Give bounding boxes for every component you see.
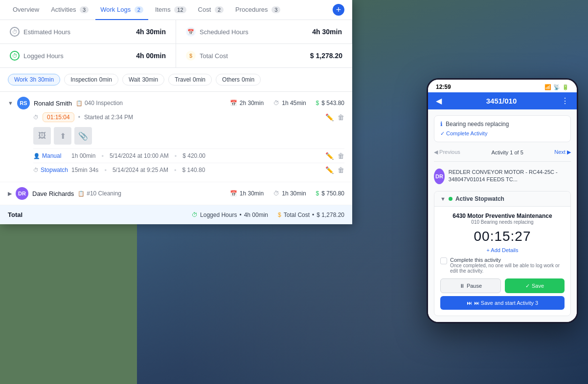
dave-stats: 📅 1h 30min ⏱ 1h 30min $ $ 750.80 bbox=[230, 190, 344, 197]
stopwatch-header: ▼ Active Stopwatch bbox=[434, 192, 570, 207]
phone-worker-avatar: DR bbox=[434, 169, 445, 184]
ronald-scheduled-value: 2h 30min bbox=[240, 100, 264, 107]
stopwatch-delete-icon[interactable]: 🗑 bbox=[338, 166, 344, 174]
save-button[interactable]: ✓ Save bbox=[505, 278, 565, 293]
total-cost: $ Total Cost • $ 1,278.20 bbox=[278, 212, 344, 218]
phone-body: ℹ Bearing needs replacing ✓ Complete Act… bbox=[428, 109, 577, 322]
total-stats: ⏱ Logged Hours • 4h 00min $ Total Cost •… bbox=[192, 212, 344, 218]
ronald-expand-button[interactable]: ▼ bbox=[8, 100, 13, 106]
manual-label: Manual bbox=[42, 152, 61, 159]
pause-icon: ⏸ bbox=[459, 283, 465, 289]
stopwatch-active-dot bbox=[449, 197, 452, 201]
estimated-hours-value: 4h 30min bbox=[136, 28, 166, 36]
ronald-avatar: RS bbox=[17, 97, 30, 109]
dave-scheduled-icon: 📅 bbox=[230, 190, 237, 197]
thumbnail-attach[interactable]: 📎 bbox=[74, 127, 92, 145]
phone-nav-current: Activity 1 of 5 bbox=[491, 149, 523, 155]
dave-cost-value: $ 750.80 bbox=[321, 190, 344, 197]
tab-cost[interactable]: Cost 2 bbox=[193, 0, 228, 20]
manual-edit-icon[interactable]: ✏️ bbox=[325, 152, 334, 160]
dave-logged-value: 1h 30min bbox=[282, 190, 306, 197]
dave-logged: ⏱ 1h 30min bbox=[273, 190, 306, 197]
dave-name: Dave Richards bbox=[32, 190, 74, 197]
stopwatch-cost: $ 140.80 bbox=[182, 167, 205, 173]
filter-wait-label: Wait bbox=[129, 76, 140, 83]
tab-add-button[interactable]: + bbox=[333, 4, 344, 16]
dave-expand-button[interactable]: ▶ bbox=[8, 191, 12, 197]
worker-row-ronald: ▼ RS Ronald Smith 📋 040 Inspection 📅 2h … bbox=[0, 92, 352, 182]
total-logged-value: 4h 00min bbox=[244, 212, 268, 218]
dave-tag: 📋 #10 Cleaning bbox=[78, 190, 121, 197]
dave-tag-icon: 📋 bbox=[78, 191, 85, 197]
stopwatch-edit-icon[interactable]: ✏️ bbox=[325, 166, 334, 174]
ronald-stats: 📅 2h 30min ⏱ 1h 45min $ $ 543.80 bbox=[230, 100, 344, 107]
filter-inspection-count: 0min bbox=[99, 76, 112, 83]
filter-chip-wait[interactable]: Wait 30min bbox=[122, 74, 164, 85]
total-label: Total bbox=[8, 211, 23, 218]
timer-edit-icon[interactable]: ✏️ bbox=[325, 113, 334, 121]
active-stopwatch-section: ▼ Active Stopwatch 6430 Motor Preventive… bbox=[434, 191, 571, 316]
filter-work-count: 3h 30min bbox=[30, 76, 54, 83]
total-cost-label: Total Cost bbox=[200, 52, 228, 60]
pause-button[interactable]: ⏸ Pause bbox=[440, 278, 501, 293]
log-separator-1: • bbox=[101, 152, 104, 160]
manual-date: 5/14/2024 at 10:00 AM bbox=[110, 152, 169, 159]
tab-items-label: Items bbox=[155, 6, 171, 13]
ronald-timer-entry: ⏱ 01:15:04 • Started at 2:34 PM ✏️ 🗑 bbox=[33, 109, 344, 125]
phone-nav-prev[interactable]: ◀ Previous bbox=[434, 149, 460, 155]
tab-activities[interactable]: Activities 3 bbox=[46, 0, 93, 20]
phone-nav-next[interactable]: Next ▶ bbox=[554, 149, 571, 155]
dave-cost: $ $ 750.80 bbox=[316, 190, 344, 197]
filter-chip-inspection[interactable]: Inspection 0min bbox=[64, 74, 118, 85]
manual-delete-icon[interactable]: 🗑 bbox=[338, 152, 344, 160]
stopwatch-chevron[interactable]: ▼ bbox=[440, 196, 446, 202]
stopwatch-complete-sub: Once completed, no one will be able to l… bbox=[450, 263, 565, 274]
dave-scheduled: 📅 1h 30min bbox=[230, 190, 264, 197]
timer-clock-icon: ⏱ bbox=[33, 114, 39, 120]
phone-alert-action[interactable]: ✓ Complete Activity bbox=[440, 130, 565, 137]
filter-chip-others[interactable]: Others 0min bbox=[216, 74, 261, 85]
thumbnail-upload[interactable]: ⬆ bbox=[54, 127, 71, 145]
tab-items[interactable]: Items 12 bbox=[150, 0, 191, 20]
tab-cost-label: Cost bbox=[198, 6, 211, 13]
stopwatch-add-details[interactable]: + Add Details bbox=[440, 247, 565, 253]
stat-logged-hours: ⏱ Logged Hours 4h 00min bbox=[0, 44, 176, 67]
pause-label: Pause bbox=[467, 283, 482, 289]
ronald-scheduled: 📅 2h 30min bbox=[230, 100, 264, 107]
total-logged-icon: ⏱ bbox=[192, 212, 198, 218]
filter-chip-work[interactable]: Work 3h 30min bbox=[8, 74, 60, 85]
calendar-icon: 📅 bbox=[186, 27, 196, 37]
total-cost-value: $ 1,278.20 bbox=[310, 52, 342, 60]
save-start-activity-button[interactable]: ⏭ ⏭ Save and start Activity 3 bbox=[440, 296, 565, 310]
phone-back-icon[interactable]: ◀ bbox=[436, 96, 442, 106]
phone-menu-icon[interactable]: ⋮ bbox=[561, 96, 569, 106]
tab-bar: Overview Activities 3 Work Logs 2 Items … bbox=[0, 0, 352, 20]
tab-worklogs[interactable]: Work Logs 2 bbox=[95, 0, 148, 20]
timer-delete-icon[interactable]: 🗑 bbox=[338, 113, 344, 121]
dollar-icon: $ bbox=[186, 51, 196, 61]
tab-procedures[interactable]: Procedures 3 bbox=[230, 0, 285, 20]
manual-log-actions: ✏️ 🗑 bbox=[325, 152, 344, 160]
logged-icon: ⏱ bbox=[273, 100, 279, 107]
clock-icon: ⏱ bbox=[10, 27, 20, 37]
estimated-hours-label: Estimated Hours bbox=[23, 28, 70, 36]
stopwatch-complete-title: Complete this activity bbox=[450, 257, 565, 263]
stopwatch-complete-activity: Complete this activity Once completed, n… bbox=[440, 257, 565, 274]
timer-actions: ✏️ 🗑 bbox=[325, 113, 344, 121]
total-cost-icon: $ bbox=[278, 212, 281, 218]
thumbnail-photo[interactable]: 🖼 bbox=[33, 127, 51, 145]
save-start-label: ⏭ Save and start Activity 3 bbox=[474, 300, 538, 306]
filter-chip-travel[interactable]: Travel 0min bbox=[168, 74, 212, 85]
tab-procedures-label: Procedures bbox=[235, 6, 268, 13]
filter-work-label: Work bbox=[14, 76, 28, 83]
phone-nav: ◀ Previous Activity 1 of 5 Next ▶ bbox=[434, 146, 571, 158]
tab-overview[interactable]: Overview bbox=[8, 0, 44, 20]
filter-inspection-label: Inspection bbox=[70, 76, 97, 83]
log-sep-4: • bbox=[174, 167, 177, 174]
filter-others-label: Others bbox=[222, 76, 240, 83]
stopwatch-complete-checkbox[interactable] bbox=[440, 257, 447, 264]
total-dot: • bbox=[239, 212, 241, 218]
filter-travel-count: 0min bbox=[193, 76, 205, 83]
phone-conveyor-title: REDLER CONVEYOR MOTOR - RC44-25C - 34804… bbox=[449, 169, 571, 184]
phone-header-title: 3451/010 bbox=[486, 97, 517, 105]
